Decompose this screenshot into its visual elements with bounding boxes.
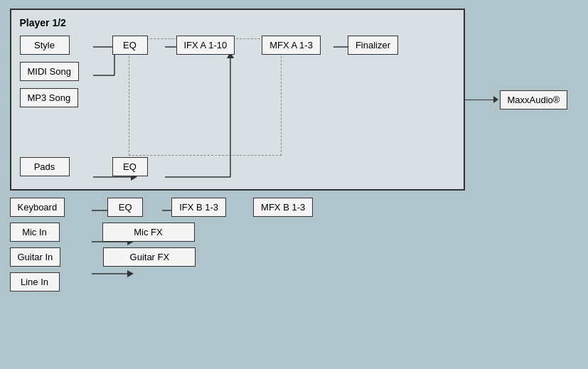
box-eq-2[interactable]: EQ (112, 157, 148, 176)
box-mp3-song[interactable]: MP3 Song (20, 88, 79, 107)
box-mic-in[interactable]: Mic In (10, 223, 60, 242)
player-title: Player 1/2 (20, 17, 455, 28)
box-guitar-fx[interactable]: Guitar FX (103, 247, 196, 267)
row-guitar-in: Guitar In Guitar FX (10, 247, 579, 267)
box-maxx-audio[interactable]: MaxxAudio® (500, 90, 568, 109)
box-finalizer[interactable]: Finalizer (348, 36, 398, 55)
box-midi-song[interactable]: MIDI Song (20, 62, 79, 81)
box-pads[interactable]: Pads (20, 157, 70, 176)
row-mic-in: Mic In Mic FX (10, 223, 579, 242)
maxx-arrow-line (465, 100, 493, 100)
row-midi-song: MIDI Song (20, 62, 455, 81)
box-mfx-a[interactable]: MFX A 1-3 (262, 36, 321, 55)
box-ifx-a[interactable]: IFX A 1-10 (176, 36, 235, 55)
box-guitar-in[interactable]: Guitar In (10, 247, 61, 267)
row-keyboard: Keyboard EQ IFX B 1-3 MFX B 1-3 (10, 198, 579, 217)
maxx-audio-section: MaxxAudio® (465, 90, 568, 109)
bottom-section: Keyboard EQ IFX B 1-3 MFX B 1-3 Mic In M… (10, 198, 579, 292)
row-mp3-song: MP3 Song (20, 88, 455, 107)
box-keyboard[interactable]: Keyboard (10, 198, 65, 217)
box-ifx-b[interactable]: IFX B 1-3 (171, 198, 226, 217)
player-box: Player 1/2 (10, 9, 465, 191)
maxx-arrow-head (493, 96, 498, 103)
row-pads: Pads EQ (20, 157, 455, 176)
box-eq-keyboard[interactable]: EQ (107, 198, 143, 217)
box-eq-1[interactable]: EQ (112, 36, 148, 55)
box-style[interactable]: Style (20, 36, 70, 55)
row-style: Style EQ IFX A 1-10 MFX A 1-3 Finalizer (20, 36, 455, 55)
box-line-in[interactable]: Line In (10, 272, 60, 292)
box-mic-fx[interactable]: Mic FX (102, 223, 195, 242)
box-mfx-b[interactable]: MFX B 1-3 (253, 198, 313, 217)
row-line-in: Line In (10, 272, 579, 292)
player-content: Style EQ IFX A 1-10 MFX A 1-3 Finalizer … (20, 36, 455, 176)
